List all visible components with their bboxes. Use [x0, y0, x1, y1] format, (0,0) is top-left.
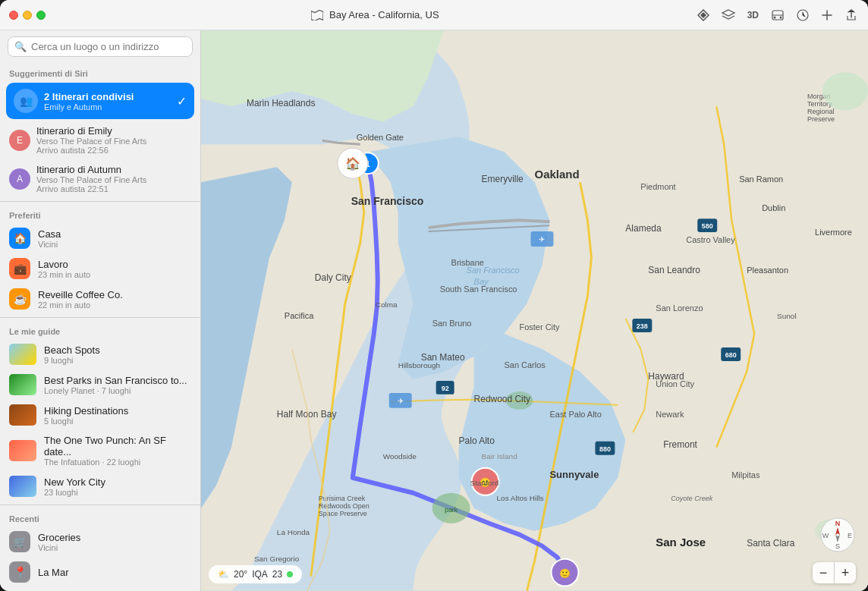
3d-label: 3D: [747, 10, 759, 20]
itinerary-emily-text: Itinerario di Emily Verso The Palace of …: [36, 125, 191, 155]
fav-lavoro[interactable]: 💼 Lavoro 23 min in auto: [0, 253, 200, 284]
layers-button[interactable]: [720, 8, 737, 23]
svg-text:San Leandro: San Leandro: [648, 265, 700, 275]
search-bar[interactable]: 🔍: [8, 36, 193, 57]
groceries-sub: Vicini: [38, 543, 191, 552]
minimize-button[interactable]: [23, 11, 32, 20]
svg-text:Stanford: Stanford: [470, 479, 499, 487]
svg-text:Santa Clara: Santa Clara: [747, 538, 795, 549]
svg-text:Preserve: Preserve: [807, 115, 835, 123]
recent-lamar[interactable]: 📍 La Mar: [0, 557, 200, 587]
coffee-sub: 22 min in auto: [38, 300, 191, 310]
hiking-thumb: [9, 404, 36, 426]
location-icon: [697, 9, 709, 21]
svg-text:Hillsborough: Hillsborough: [398, 361, 440, 369]
compass: N S W E: [819, 517, 856, 553]
svg-text:Bay: Bay: [474, 277, 489, 286]
svg-text:W: W: [822, 532, 829, 539]
svg-text:Pacifica: Pacifica: [285, 311, 314, 320]
guide-onetwopunch[interactable]: The One Two Punch: An SF date... The Inf…: [0, 430, 200, 471]
share-icon: [845, 9, 857, 21]
otp-title: The One Two Punch: An SF date...: [44, 435, 191, 457]
work-icon: 💼: [9, 258, 30, 279]
zoom-out-button[interactable]: −: [813, 562, 834, 583]
titlebar-controls: 3D: [696, 8, 859, 23]
transit-button[interactable]: [769, 8, 786, 23]
map-area[interactable]: 1 😊 🙂 🏠 ✈ ✈ park: [201, 30, 868, 591]
svg-text:Regional: Regional: [807, 108, 834, 115]
itinerary-autumn[interactable]: A Itinerario di Autumn Verso The Palace …: [0, 159, 200, 198]
nyc-title: New York City: [44, 476, 191, 488]
siri-item-title: 2 Itinerari condivisi: [44, 91, 171, 102]
svg-text:San Gregorio: San Gregorio: [254, 555, 300, 563]
itinerary-emily[interactable]: E Itinerario di Emily Verso The Palace o…: [0, 121, 200, 159]
fullscreen-button[interactable]: [36, 11, 46, 20]
svg-text:Sunnyvale: Sunnyvale: [549, 469, 599, 480]
svg-text:92: 92: [442, 385, 449, 392]
guide-otp-text: The One Two Punch: An SF date... The Inf…: [44, 435, 191, 467]
3d-button[interactable]: 3D: [746, 8, 760, 22]
beach-title: Beach Spots: [44, 344, 191, 356]
close-button[interactable]: [9, 11, 18, 20]
parks-sub: Lonely Planet · 7 luoghi: [44, 386, 191, 395]
otp-sub: The Infatuation · 22 luoghi: [44, 457, 191, 467]
autumn-title: Itinerario di Autumn: [36, 164, 191, 175]
coffee-title: Reveille Coffee Co.: [38, 289, 191, 300]
coffee-icon: ☕: [9, 288, 30, 310]
recent-groceries[interactable]: 🛒 Groceries Vicini: [0, 527, 200, 557]
guide-nyc-text: New York City 23 luoghi: [44, 476, 191, 497]
guide-parks[interactable]: Best Parks in San Francisco to... Lonely…: [0, 369, 200, 400]
groceries-icon: 🛒: [9, 531, 30, 552]
svg-text:Palo Alto: Palo Alto: [459, 435, 495, 446]
svg-text:238: 238: [637, 322, 648, 330]
svg-text:La Honda: La Honda: [277, 528, 310, 536]
location-button[interactable]: [696, 8, 711, 23]
add-button[interactable]: [819, 8, 835, 23]
svg-text:Foster City: Foster City: [520, 322, 561, 332]
hiking-title: Hiking Destinations: [44, 405, 191, 417]
traffic-lights: [9, 11, 46, 20]
fav-lavoro-text: Lavoro 23 min in auto: [38, 259, 191, 279]
beach-thumb: [9, 344, 36, 365]
siri-section-label: Suggerimenti di Siri: [0, 63, 200, 81]
weather-temp: 20°: [234, 569, 247, 580]
svg-text:Piedmont: Piedmont: [640, 182, 675, 191]
svg-text:San Lorenzo: San Lorenzo: [656, 303, 703, 313]
nyc-thumb: [9, 476, 36, 497]
svg-text:San Francisco: San Francisco: [467, 266, 520, 275]
svg-text:East Palo Alto: East Palo Alto: [549, 410, 601, 419]
plus-icon: [821, 9, 833, 21]
layers-icon: [722, 9, 735, 21]
svg-text:Pleasanton: Pleasanton: [747, 266, 788, 275]
sidebar: 🔍 Suggerimenti di Siri 👥 2 Itinerari con…: [0, 30, 201, 591]
svg-text:Daly City: Daly City: [315, 272, 351, 283]
tracking-button[interactable]: [795, 8, 810, 23]
weather-icon: ⛅: [218, 569, 229, 580]
search-icon: 🔍: [14, 41, 27, 52]
share-button[interactable]: [844, 8, 859, 23]
guide-nyc[interactable]: New York City 23 luoghi: [0, 471, 200, 501]
hiking-sub: 5 luoghi: [44, 417, 191, 426]
svg-text:680: 680: [725, 351, 737, 359]
zoom-in-button[interactable]: +: [835, 562, 856, 583]
svg-text:Oakland: Oakland: [535, 168, 580, 181]
svg-text:Woodside: Woodside: [383, 452, 417, 461]
emily-avatar: E: [9, 130, 30, 151]
fav-casa[interactable]: 🏠 Casa Vicini: [0, 223, 200, 253]
svg-point-2: [780, 16, 782, 18]
guide-beach-text: Beach Spots 9 luoghi: [44, 344, 191, 365]
autumn-sub2: Arrivo autista 22:51: [36, 184, 191, 193]
svg-point-81: [822, 72, 868, 110]
weather-bar: ⛅ 20° IQA 23: [209, 565, 302, 583]
guide-beach[interactable]: Beach Spots 9 luoghi: [0, 339, 200, 369]
svg-text:Colma: Colma: [376, 300, 398, 309]
fav-coffee[interactable]: ☕ Reveille Coffee Co. 22 min in auto: [0, 284, 200, 314]
svg-text:🙂: 🙂: [559, 567, 571, 579]
guide-hiking[interactable]: Hiking Destinations 5 luoghi: [0, 400, 200, 430]
casa-sub: Vicini: [38, 240, 191, 249]
svg-text:Redwood City: Redwood City: [474, 394, 531, 404]
groceries-title: Groceries: [38, 532, 191, 543]
autumn-sub1: Verso The Palace of Fine Arts: [36, 175, 191, 184]
siri-shared-item[interactable]: 👥 2 Itinerari condivisi Emily e Autumn ✓: [6, 83, 194, 119]
search-input[interactable]: [31, 41, 186, 52]
